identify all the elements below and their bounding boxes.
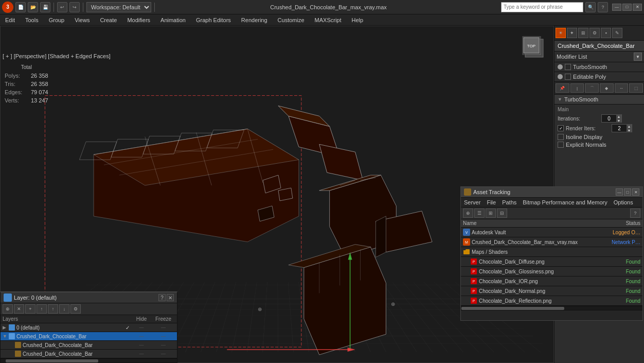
object-name-bar[interactable]: Crushed_Dark_Chocolate_Bar (554, 41, 644, 51)
menu-animation[interactable]: Animation (155, 14, 191, 25)
layers-tool-move-down[interactable]: ↓ (59, 304, 69, 314)
menu-tools[interactable]: Tools (20, 14, 44, 25)
asset-tool-2[interactable]: ☰ (474, 209, 485, 218)
stat-tris-row: Tris: 26 358 (5, 80, 48, 88)
asset-row-ior[interactable]: P Chocolate_Dark_IOR.png Found (461, 276, 642, 286)
panel-icon-3[interactable]: ⊞ (578, 28, 588, 38)
layer-icon-1 (9, 333, 15, 339)
undo-btn[interactable]: ↩ (57, 2, 67, 12)
modifier-checkbox-2[interactable] (565, 74, 571, 80)
close-btn[interactable]: ✕ (633, 4, 642, 11)
menu-views[interactable]: Views (69, 14, 95, 25)
asset-close-btn[interactable]: ✕ (632, 188, 639, 196)
layers-help-btn[interactable]: ? (158, 294, 166, 301)
sep3 (154, 3, 155, 12)
redo-btn[interactable]: ↪ (69, 2, 80, 12)
panel-icon-5[interactable]: ▪ (601, 28, 611, 38)
layers-tool-delete[interactable]: ✕ (14, 304, 24, 314)
ts-render-checkbox[interactable]: ✓ (558, 125, 564, 131)
asset-menu-paths[interactable]: Paths (501, 199, 517, 206)
ts-explicit-row: Explicit Normals (558, 142, 641, 148)
mod-tool-curve[interactable]: ⌒ (585, 83, 599, 93)
layers-close-btn[interactable]: ✕ (167, 294, 174, 301)
asset-row-vault[interactable]: V Autodesk Vault Logged O… (461, 228, 642, 237)
ts-iterations-input[interactable] (602, 115, 616, 122)
menu-rendering[interactable]: Rendering (236, 14, 273, 25)
menu-customize[interactable]: Customize (273, 14, 310, 25)
search-btn[interactable]: 🔍 (585, 2, 596, 12)
layers-titlebar: Layer: 0 (default) ? ✕ (1, 292, 177, 303)
maximize-btn[interactable]: □ (622, 4, 632, 11)
menu-help[interactable]: Help (347, 14, 369, 25)
menu-modifiers[interactable]: Modifiers (122, 14, 155, 25)
ts-iterations-spinner[interactable]: ▲ ▼ (601, 114, 622, 123)
asset-maximize-btn[interactable]: □ (624, 188, 631, 196)
asset-vault-status: Logged O… (599, 230, 640, 235)
save-btn[interactable]: 💾 (40, 2, 50, 12)
menu-create[interactable]: Create (95, 14, 122, 25)
ts-render-down[interactable]: ▼ (627, 128, 632, 132)
panel-icon-2[interactable]: ✦ (567, 28, 577, 38)
layer-row-3[interactable]: Crushed_Dark_Chocolate_Bar — — (1, 350, 177, 358)
layer-name-3: Crushed_Dark_Chocolate_Bar (23, 351, 131, 357)
layers-tool-move-up[interactable]: ↑ (48, 304, 58, 314)
modifier-editable-poly[interactable]: Editable Poly (554, 72, 644, 82)
asset-row-maxfile[interactable]: M Crushed_Dark_Chocolate_Bar_max_vray.ma… (461, 237, 642, 247)
layers-tool-new[interactable]: ⊕ (3, 304, 13, 314)
layers-scrollbar[interactable] (1, 358, 177, 362)
layer-row-0[interactable]: ▶ 0 (default) ✓ — — (1, 323, 177, 332)
layer-row-2[interactable]: Crushed_Dark_Chocolate_Bar — — (1, 341, 177, 350)
menu-graph-editors[interactable]: Graph Editors (191, 14, 236, 25)
panel-icon-4[interactable]: ⚙ (589, 28, 600, 38)
asset-tool-3[interactable]: ⊞ (486, 209, 496, 218)
ts-isoline-checkbox[interactable] (558, 134, 564, 140)
menu-maxscript[interactable]: MAXScript (310, 14, 347, 25)
layers-tool-extra[interactable]: ⚙ (70, 304, 81, 314)
layers-scrollbar-thumb[interactable] (6, 359, 98, 362)
asset-minimize-btn[interactable]: — (616, 188, 623, 196)
help-icon-btn[interactable]: ? (598, 2, 608, 12)
asset-menu-options[interactable]: Options (613, 199, 634, 206)
asset-row-folder[interactable]: Maps / Shaders (461, 247, 642, 257)
search-input[interactable] (501, 2, 583, 12)
asset-tool-1[interactable]: ⊕ (463, 209, 473, 218)
modifier-list-dropdown[interactable]: ▼ (634, 53, 642, 61)
modifier-checkbox-1[interactable] (565, 64, 571, 70)
layer-row-1[interactable]: ▼ Crushed_Dark_Chocolate_Bar — — (1, 332, 177, 341)
minimize-btn[interactable]: — (612, 4, 621, 11)
ts-render-iters-input[interactable] (612, 125, 627, 132)
open-file-btn[interactable]: 📂 (28, 2, 38, 12)
mod-tool-extra[interactable]: ⬚ (629, 83, 643, 93)
layer-name-1: Crushed_Dark_Chocolate_Bar (16, 334, 124, 339)
new-file-btn[interactable]: 📄 (15, 2, 26, 12)
menu-edit[interactable]: Edit (0, 14, 20, 25)
ts-render-iters-spinner[interactable]: ▲ ▼ (612, 124, 632, 132)
asset-row-reflection[interactable]: P Chocolate_Dark_Reflection.png Found (461, 296, 642, 306)
asset-menu-server[interactable]: Server (463, 199, 481, 206)
mod-tool-vert[interactable]: ◆ (600, 83, 614, 93)
turbosmooth-header[interactable]: ▼ TurboSmooth (554, 95, 644, 105)
asset-scrollbar[interactable] (461, 306, 642, 310)
asset-menu-bitmap[interactable]: Bitmap Performance and Memory (522, 199, 608, 206)
asset-row-normal[interactable]: P Chocolate_Dark_Normal.png Found (461, 286, 642, 296)
asset-row-glossiness[interactable]: P Chocolate_Dark_Glossiness.png Found (461, 267, 642, 276)
menu-group[interactable]: Group (44, 14, 70, 25)
mod-tool-mirror[interactable]: ↔ (615, 83, 629, 93)
asset-row-diffuse[interactable]: P Chocolate_Dark_Diffuse.png Found (461, 257, 642, 267)
ts-explicit-checkbox[interactable] (558, 142, 564, 148)
asset-tool-4[interactable]: ⊟ (497, 209, 507, 218)
asset-tool-help[interactable]: ? (630, 209, 640, 218)
asset-menu-file[interactable]: File (486, 199, 497, 206)
layers-tool-add[interactable]: + (25, 304, 35, 314)
ts-iterations-down[interactable]: ▼ (616, 118, 621, 123)
mod-tool-pin[interactable]: 📌 (556, 83, 569, 93)
panel-icon-6[interactable]: ✎ (612, 28, 622, 38)
asset-glossiness-name: Chocolate_Dark_Glossiness.png (479, 269, 599, 274)
ts-render-up[interactable]: ▲ (627, 124, 632, 128)
ts-iterations-up[interactable]: ▲ (616, 114, 621, 118)
layers-tool-select[interactable]: ↑ (37, 304, 47, 314)
modifier-turbosmooth[interactable]: TurboSmooth (554, 62, 644, 72)
panel-icon-1[interactable]: ☀ (556, 28, 566, 38)
mod-tool-line[interactable]: | (570, 83, 584, 93)
workspace-dropdown[interactable]: Workspace: Default (86, 2, 151, 12)
